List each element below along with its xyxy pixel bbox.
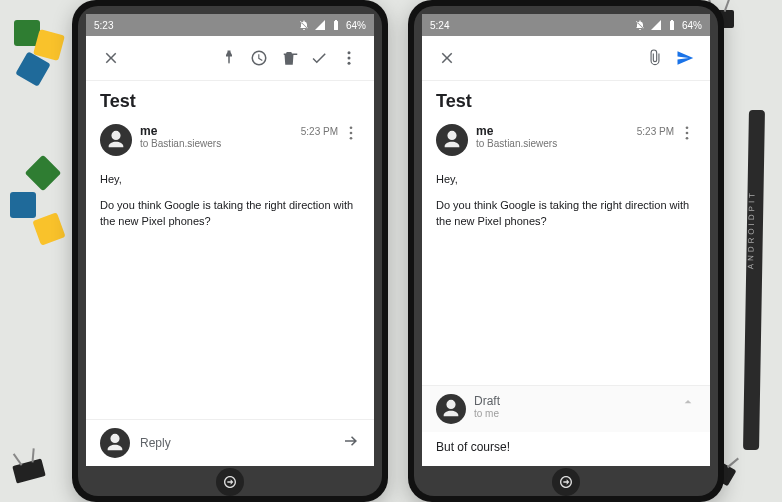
chevron-up-icon[interactable] [680, 394, 696, 414]
reply-label: Reply [140, 436, 342, 450]
battery-icon [666, 19, 678, 31]
recipient: to Bastian.siewers [476, 138, 637, 149]
status-bar: 5:23 64% [86, 14, 374, 36]
status-bar: 5:24 64% [422, 14, 710, 36]
draft-header[interactable]: Draft to me [422, 385, 710, 432]
body-line: Do you think Google is taking the right … [436, 198, 696, 230]
status-time: 5:24 [430, 20, 449, 31]
svg-point-4 [350, 132, 353, 135]
clock-icon[interactable] [244, 43, 274, 73]
body-line: Hey, [436, 172, 696, 188]
send-icon[interactable] [670, 43, 700, 73]
signal-icon [650, 19, 662, 31]
message-overflow-icon[interactable] [342, 124, 360, 142]
message-time: 5:23 PM [637, 126, 674, 137]
draft-body[interactable]: But of course! [422, 432, 710, 466]
email-subject: Test [86, 81, 374, 118]
avatar[interactable] [100, 124, 132, 156]
battery-icon [330, 19, 342, 31]
wood-block [25, 155, 62, 192]
sender-name: me [140, 124, 301, 138]
binder-clip [12, 458, 46, 483]
pin-icon[interactable] [214, 43, 244, 73]
message-header: me to Bastian.siewers 5:23 PM [422, 118, 710, 164]
svg-point-5 [350, 137, 353, 140]
draft-recipient: to me [474, 408, 680, 419]
phone-left: 5:23 64% Test [72, 0, 388, 502]
wood-block [10, 192, 36, 218]
message-overflow-icon[interactable] [678, 124, 696, 142]
svg-point-1 [348, 57, 351, 60]
close-icon[interactable] [96, 43, 126, 73]
status-time: 5:23 [94, 20, 113, 31]
screen-left: 5:23 64% Test [86, 14, 374, 466]
svg-point-2 [348, 62, 351, 65]
svg-point-0 [348, 51, 351, 54]
sender-name: me [476, 124, 637, 138]
avatar [100, 428, 130, 458]
message-body: Hey, Do you think Google is taking the r… [422, 164, 710, 385]
recipient: to Bastian.siewers [140, 138, 301, 149]
bell-off-icon [298, 19, 310, 31]
svg-point-8 [686, 137, 689, 140]
status-battery: 64% [682, 20, 702, 31]
svg-point-3 [350, 126, 353, 129]
overflow-icon[interactable] [334, 43, 364, 73]
message-header: me to Bastian.siewers 5:23 PM [86, 118, 374, 164]
forward-icon[interactable] [342, 432, 360, 454]
app-bar [422, 36, 710, 81]
avatar [436, 394, 466, 424]
status-battery: 64% [346, 20, 366, 31]
pencil [743, 110, 765, 450]
screen-right: 5:24 64% Test me to Bastian. [422, 14, 710, 466]
home-button[interactable] [552, 468, 580, 496]
reply-bar[interactable]: Reply [86, 419, 374, 466]
message-body: Hey, Do you think Google is taking the r… [86, 164, 374, 419]
svg-point-7 [686, 132, 689, 135]
bell-off-icon [634, 19, 646, 31]
body-line: Hey, [100, 172, 360, 188]
body-line: Do you think Google is taking the right … [100, 198, 360, 230]
signal-icon [314, 19, 326, 31]
message-time: 5:23 PM [301, 126, 338, 137]
draft-title: Draft [474, 394, 680, 408]
email-subject: Test [422, 81, 710, 118]
attach-icon[interactable] [640, 43, 670, 73]
app-bar [86, 36, 374, 81]
done-icon[interactable] [304, 43, 334, 73]
home-button[interactable] [216, 468, 244, 496]
scene: 5:23 64% Test [0, 0, 782, 502]
wood-block [32, 212, 65, 245]
delete-icon[interactable] [274, 43, 304, 73]
svg-point-6 [686, 126, 689, 129]
close-icon[interactable] [432, 43, 462, 73]
phone-right: 5:24 64% Test me to Bastian. [408, 0, 724, 502]
avatar[interactable] [436, 124, 468, 156]
